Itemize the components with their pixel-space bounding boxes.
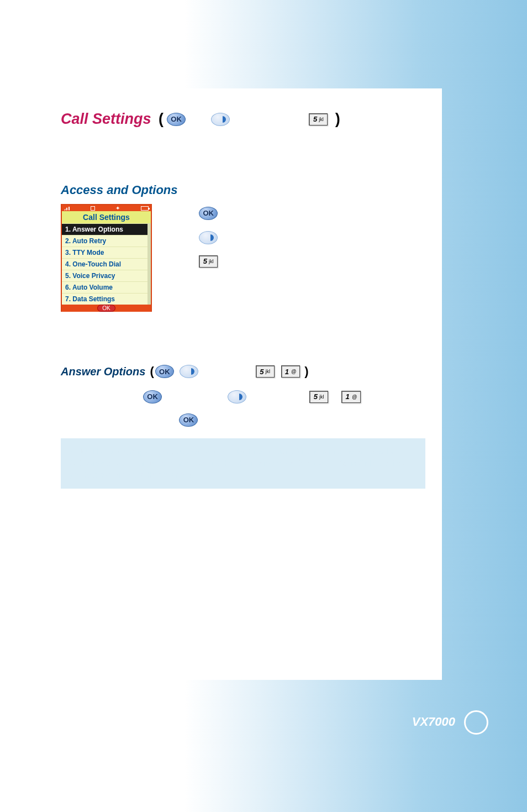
- ok-key-icon: OK: [143, 390, 162, 404]
- close-paren: ): [301, 364, 308, 379]
- screenshot-item: 5. Voice Privacy: [62, 270, 151, 281]
- note-body: Flip Open, Any Key, and Auto Answer are …: [70, 447, 409, 479]
- access-options-heading: Access and Options: [61, 183, 425, 197]
- model-label: VX7000: [412, 715, 455, 729]
- screenshot-item: 1. Answer Options: [62, 223, 151, 235]
- five-key-icon: 5jkl: [309, 113, 328, 125]
- ok-key-icon: OK: [155, 365, 174, 378]
- five-key-icon: 5jkl: [256, 365, 275, 378]
- status-plus-icon: ✦: [115, 205, 120, 211]
- access-section: ✦ Call Settings 1. Answer Options 2. Aut…: [61, 204, 425, 312]
- nav-right-key-icon: [228, 390, 246, 404]
- nav-right-key-icon: [199, 231, 218, 244]
- page: Call Settings ( OK nine times 5jkl ) The…: [0, 0, 527, 812]
- answer-step-2: 2. Select an option then press OK .: [61, 412, 425, 428]
- note-box: Note Flip Open, Any Key, and Auto Answer…: [61, 438, 425, 489]
- content-panel: Call Settings ( OK nine times 5jkl ) The…: [0, 88, 442, 680]
- answer-options-title: Answer Options: [61, 365, 145, 378]
- screenshot-item: 7. Data Settings: [62, 293, 151, 305]
- note-label: Note: [70, 446, 87, 458]
- signal-icon: [64, 206, 70, 211]
- answer-step-1: 1. Press OK [MENU], 9 times, 5jkl , 1 @ …: [61, 389, 425, 405]
- battery-icon: [141, 206, 149, 211]
- nine-times-text: nine times: [199, 367, 235, 376]
- screenshot-softkey-bar: OK: [62, 305, 151, 312]
- section-heading-row: Call Settings ( OK nine times 5jkl ): [61, 111, 425, 128]
- page-number: 83: [471, 717, 481, 727]
- ok-key-icon: OK: [167, 113, 186, 126]
- step-4: 4. Select a sub-menu.: [166, 276, 251, 294]
- nav-right-key-icon: [211, 113, 230, 126]
- close-paren: ): [331, 111, 340, 128]
- section-description: The Call Setup menu allows you to design…: [61, 138, 425, 164]
- nav-right-key-icon: [180, 365, 198, 378]
- status-icon: [91, 206, 95, 211]
- ok-key-icon: OK: [179, 413, 198, 427]
- step-1: 1. Press OK [MENU].: [166, 204, 251, 222]
- nine-times-text: nine times: [233, 115, 271, 124]
- five-key-icon: 5jkl: [199, 255, 218, 268]
- one-key-icon: 1 @: [281, 365, 301, 378]
- screenshot-title: Call Settings: [62, 211, 151, 223]
- screenshot-menu-list: 1. Answer Options 2. Auto Retry 3. TTY M…: [62, 223, 151, 305]
- answer-steps: 1. Press OK [MENU], 9 times, 5jkl , 1 @ …: [61, 389, 425, 428]
- open-paren: (: [146, 364, 154, 379]
- five-key-icon: 5jkl: [309, 391, 328, 403]
- screenshot-item: 2. Auto Retry: [62, 235, 151, 247]
- open-paren: (: [155, 111, 164, 128]
- screenshot-ok-softkey: OK: [97, 305, 115, 312]
- step-3: 3. Press 5jkl .: [166, 252, 251, 270]
- screenshot-statusbar: ✦: [62, 205, 151, 211]
- page-number-circle: 83: [464, 710, 488, 735]
- ok-key-icon: OK: [199, 207, 218, 220]
- submenu-line: Answer Options / Auto Retry / TTY Mode /…: [61, 332, 425, 357]
- screenshot-item: 4. One-Touch Dial: [62, 258, 151, 270]
- answer-options-heading-row: Answer Options ( OK nine times 5jkl 1 @ …: [61, 364, 425, 379]
- phone-screenshot: ✦ Call Settings 1. Answer Options 2. Aut…: [61, 204, 152, 312]
- step-2: 2. Press 9 times.: [166, 228, 251, 246]
- one-key-icon: 1 @: [341, 391, 361, 403]
- screenshot-item: 3. TTY Mode: [62, 247, 151, 258]
- section-title: Call Settings: [61, 111, 151, 128]
- screenshot-scrollbar: [147, 223, 151, 305]
- steps-list: 1. Press OK [MENU]. 2. Press 9 times. 3.…: [166, 204, 251, 312]
- screenshot-item: 6. Auto Volume: [62, 281, 151, 293]
